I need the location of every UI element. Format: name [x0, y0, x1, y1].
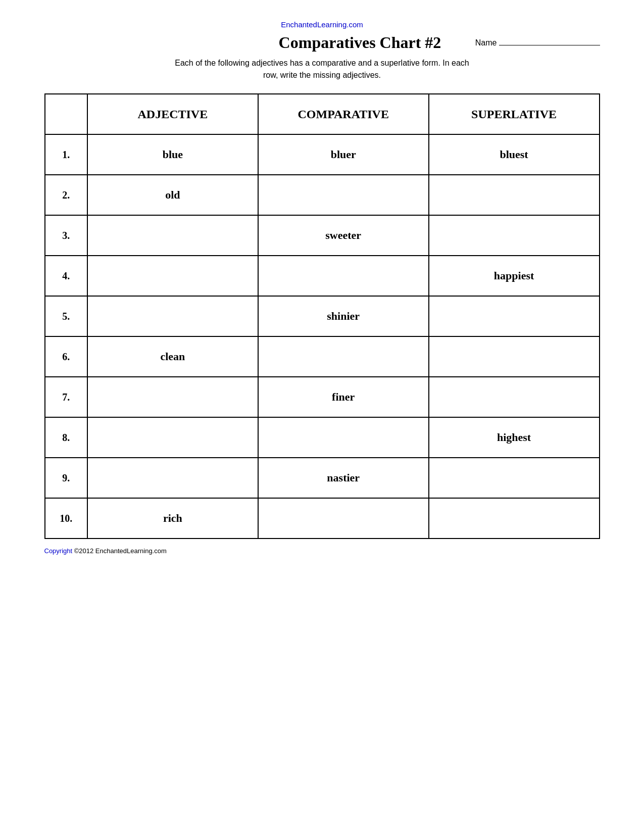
table-body: 1.bluebluerbluest2.old3.sweeter4.happies…	[45, 134, 600, 538]
table-row: 3.sweeter	[45, 215, 600, 256]
cell-superlative	[429, 215, 600, 256]
cell-adjective	[87, 215, 258, 256]
cell-adjective: rich	[87, 498, 258, 538]
table-row: 8.highest	[45, 417, 600, 458]
subtitle: Each of the following adjectives has a c…	[44, 57, 600, 81]
cell-comparative: bluer	[258, 134, 429, 175]
table-row: 9.nastier	[45, 458, 600, 498]
cell-adjective: clean	[87, 336, 258, 377]
cell-comparative: sweeter	[258, 215, 429, 256]
table-header-row: ADJECTIVE COMPARATIVE SUPERLATIVE	[45, 94, 600, 134]
chart-table: ADJECTIVE COMPARATIVE SUPERLATIVE 1.blue…	[44, 93, 600, 539]
cell-comparative	[258, 336, 429, 377]
name-field: Name	[475, 38, 600, 47]
cell-num: 2.	[45, 175, 87, 215]
table-row: 2.old	[45, 175, 600, 215]
cell-comparative: finer	[258, 377, 429, 417]
subtitle-line1: Each of the following adjectives has a c…	[175, 59, 469, 67]
cell-adjective	[87, 377, 258, 417]
cell-adjective	[87, 256, 258, 296]
cell-superlative	[429, 296, 600, 336]
col-header-adjective: ADJECTIVE	[87, 94, 258, 134]
col-header-comparative: COMPARATIVE	[258, 94, 429, 134]
cell-num: 10.	[45, 498, 87, 538]
cell-num: 7.	[45, 377, 87, 417]
cell-adjective	[87, 417, 258, 458]
site-url[interactable]: EnchantedLearning.com	[281, 20, 363, 29]
name-label: Name	[475, 38, 497, 47]
table-row: 6.clean	[45, 336, 600, 377]
col-header-superlative: SUPERLATIVE	[429, 94, 600, 134]
cell-num: 9.	[45, 458, 87, 498]
cell-adjective: old	[87, 175, 258, 215]
col-header-num	[45, 94, 87, 134]
cell-adjective	[87, 296, 258, 336]
cell-superlative: highest	[429, 417, 600, 458]
cell-comparative	[258, 498, 429, 538]
name-underline[interactable]	[499, 45, 600, 45]
cell-num: 6.	[45, 336, 87, 377]
cell-num: 1.	[45, 134, 87, 175]
table-row: 1.bluebluerbluest	[45, 134, 600, 175]
cell-adjective: blue	[87, 134, 258, 175]
footer: Copyright ©2012 EnchantedLearning.com	[44, 547, 600, 555]
cell-comparative: shinier	[258, 296, 429, 336]
cell-num: 5.	[45, 296, 87, 336]
title-row: Comparatives Chart #2 Name	[44, 33, 600, 52]
cell-superlative	[429, 175, 600, 215]
cell-superlative	[429, 336, 600, 377]
cell-superlative	[429, 458, 600, 498]
cell-adjective	[87, 458, 258, 498]
cell-comparative	[258, 256, 429, 296]
cell-superlative	[429, 377, 600, 417]
page-container: EnchantedLearning.com Comparatives Chart…	[44, 20, 600, 555]
cell-num: 8.	[45, 417, 87, 458]
table-row: 4.happiest	[45, 256, 600, 296]
table-row: 7.finer	[45, 377, 600, 417]
table-row: 10.rich	[45, 498, 600, 538]
footer-copyright-link[interactable]: Copyright	[44, 547, 73, 555]
cell-comparative	[258, 417, 429, 458]
cell-comparative: nastier	[258, 458, 429, 498]
table-row: 5.shinier	[45, 296, 600, 336]
cell-num: 3.	[45, 215, 87, 256]
site-link[interactable]: EnchantedLearning.com	[44, 20, 600, 29]
cell-comparative	[258, 175, 429, 215]
cell-superlative	[429, 498, 600, 538]
subtitle-line2: row, write the missing adjectives.	[263, 71, 381, 79]
footer-copyright-text: ©2012 EnchantedLearning.com	[72, 547, 167, 555]
cell-superlative: happiest	[429, 256, 600, 296]
cell-num: 4.	[45, 256, 87, 296]
page-title: Comparatives Chart #2	[255, 33, 465, 52]
cell-superlative: bluest	[429, 134, 600, 175]
